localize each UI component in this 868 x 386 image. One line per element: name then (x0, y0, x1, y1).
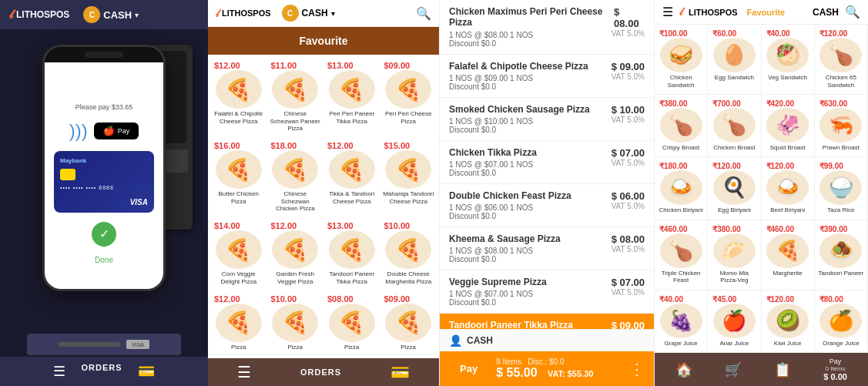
middle-menu-icon[interactable]: ☰ (237, 363, 251, 381)
right-category-item[interactable]: ₹80.00 🍊 Orange Juice (815, 290, 868, 353)
orders-button[interactable]: ORDERS (81, 363, 122, 380)
right-item-price: ₹460.00 (765, 225, 795, 233)
order-item-name: Veggie Supreme Pizza (449, 277, 547, 287)
right-item-image: 🍛 (766, 170, 809, 205)
right-item-price: ₹420.00 (765, 99, 795, 108)
menu-item-image: 🍕 (272, 304, 318, 342)
done-text: Done (95, 256, 113, 264)
order-list-item[interactable]: Falafel & Chipotle Cheese Pizza $ 09.00 … (440, 55, 654, 98)
right-cart-icon[interactable]: 🛒 (725, 361, 742, 378)
middle-orders-label[interactable]: ORDERS (300, 368, 341, 377)
middle-logo: 𝓁 LITHOSPOS (216, 7, 271, 20)
order-list-item[interactable]: Kheema & Sausage Pizza $ 08.00 1 NOS @ $… (440, 227, 654, 270)
cash-selector[interactable]: C CASH ▾ (83, 6, 139, 23)
menu-item-price: $12.00 (326, 141, 354, 150)
middle-logo-icon: 𝓁 (216, 7, 219, 20)
menu-item[interactable]: $12.00 🍕 Pizza (211, 291, 266, 355)
menu-item[interactable]: $13.00 🍕 Peri Peri Paneer Tikka Pizza (324, 58, 380, 136)
menu-item[interactable]: $13.00 🍕 Tandoori Paneer Tikka Pizza (324, 218, 380, 290)
menu-item[interactable]: $12.00 🍕 Garden Fresh Veggie Pizza (268, 218, 323, 290)
menu-item-price: $08.00 (326, 294, 354, 304)
menu-item[interactable]: $09.00 🍕 Peri Peri Cheese Pizza (381, 58, 437, 136)
order-item-detail: 1 NOS @ $10.00 1 NOSDiscount $0.0 (449, 117, 533, 134)
menu-item[interactable]: $11.00 🍕 Chinese Schezwan Paneer Pizza (268, 58, 323, 136)
right-category-item[interactable]: ₹60.00 🥚 Egg Sandwich (708, 25, 761, 95)
menu-item-price: $14.00 (213, 221, 240, 230)
menu-item-price: $16.00 (213, 141, 240, 150)
right-category-item[interactable]: ₹45.00 🍎 Anar Juice (708, 290, 761, 353)
right-category-item[interactable]: ₹380.00 🍗 Crispy Broast (655, 95, 708, 157)
menu-item-image: 🍕 (385, 230, 431, 269)
more-options-icon[interactable]: ⋮ (629, 360, 645, 378)
right-category-item[interactable]: ₹380.00 🥟 Momo Mia Pizza-Veg (708, 220, 761, 290)
right-list-icon[interactable]: 📋 (774, 361, 791, 378)
right-category-item[interactable]: ₹390.00 🧆 Tandoori Paneer (815, 220, 868, 290)
menu-item-name: Pizza (400, 344, 416, 351)
right-item-price: ₹60.00 (711, 29, 736, 38)
right-category-item[interactable]: ₹100.00 🥪 Chicken Sandwich (655, 25, 708, 95)
menu-item[interactable]: $10.00 🍕 Double Cheese Margherita Pizza (381, 218, 437, 290)
right-category-item[interactable]: ₹700.00 🍗 Chicken Broast (708, 95, 761, 157)
right-item-price: ₹120.00 (711, 162, 741, 170)
right-category-item[interactable]: ₹120.00 🍗 Chicken 65 Sandwich (815, 25, 868, 95)
cash-section-icon: 👤 (449, 334, 462, 347)
right-hamburger-icon[interactable]: ☰ (662, 5, 673, 19)
menu-item-image: 🍕 (216, 230, 262, 269)
order-item-vat: VAT 5.0% (612, 202, 645, 210)
order-item-price: $ 10.00 (612, 104, 645, 116)
order-item-detail: 1 NOS @ $07.00 1 NOSDiscount $0.0 (449, 290, 533, 307)
menu-item[interactable]: $10.00 🍕 Pizza (268, 291, 323, 355)
order-list-item[interactable]: Veggie Supreme Pizza $ 07.00 1 NOS @ $07… (440, 270, 654, 314)
pay-items-count: 8 Items Disc.: $0.0 (496, 357, 593, 366)
right-item-name: Orange Juice (823, 340, 860, 347)
right-home-icon[interactable]: 🏠 (675, 361, 692, 378)
right-item-image: 🥙 (766, 38, 809, 72)
right-category-item[interactable]: ₹120.00 🥝 Kiwi Juice (762, 290, 815, 353)
right-category-item[interactable]: ₹40.00 🥙 Veg Sandwich (762, 25, 815, 95)
right-category-item[interactable]: ₹420.00 🦑 Squid Broast (762, 95, 815, 157)
menu-icon[interactable]: ☰ (53, 363, 65, 380)
menu-item-name: Corn Veggie Delight Pizza (213, 270, 265, 285)
order-list-item[interactable]: Chicken Tikka Pizza $ 07.00 1 NOS @ $07.… (440, 141, 654, 184)
middle-search-icon[interactable]: 🔍 (416, 6, 431, 21)
card-icon[interactable]: 💳 (138, 363, 155, 380)
right-category-item[interactable]: ₹460.00 🍕 Margherite (762, 220, 815, 290)
order-list-item[interactable]: Chicken Maximus Peri Peri Cheese Pizza $… (440, 0, 654, 55)
menu-item[interactable]: $15.00 🍕 Maharaja Tandoori Cheese Pizza (381, 138, 437, 216)
middle-card-icon[interactable]: 💳 (390, 363, 410, 381)
pay-button[interactable]: Pay (449, 358, 488, 379)
order-list-item[interactable]: Double Chicken Feast Pizza $ 06.00 1 NOS… (440, 184, 654, 227)
menu-item[interactable]: $18.00 🍕 Chinese Schezwan Chicken Pizza (268, 138, 323, 216)
menu-item-image: 🍕 (216, 150, 262, 189)
middle-cash-selector[interactable]: C CASH ▾ (282, 5, 335, 22)
order-list-item[interactable]: Tandoori Paneer Tikka Pizza $ 09.00 1 NO… (440, 314, 654, 329)
apple-pay-button[interactable]: 🍎 Pay (94, 123, 139, 139)
right-category-item[interactable]: ₹460.00 🍗 Triple Chicken Feast (655, 220, 708, 290)
right-item-name: Kiwi Juice (774, 340, 802, 347)
right-category-item[interactable]: ₹630.00 🦐 Prawn Broast (815, 95, 868, 157)
menu-item[interactable]: $16.00 🍕 Butter Chicken Pizza (211, 138, 266, 216)
right-item-name: Egg Sandwich (715, 74, 754, 82)
right-footer: 🏠 🛒 📋 Pay 0 Items $ 0.00 (655, 353, 868, 386)
right-category-item[interactable]: ₹99.00 🍚 Taza Rice (815, 157, 868, 220)
right-item-name: Grape Juice (665, 340, 698, 347)
right-category-item[interactable]: ₹180.00 🍛 Chicken Biriyani (655, 157, 708, 220)
menu-item-image: 🍕 (385, 304, 431, 342)
menu-item[interactable]: $12.00 🍕 Tikka & Tandoori Cheese Pizza (324, 138, 380, 216)
menu-item[interactable]: $08.00 🍕 Pizza (324, 291, 380, 355)
right-pay-section[interactable]: Pay 0 Items $ 0.00 (823, 357, 847, 381)
right-search-icon[interactable]: 🔍 (845, 5, 860, 19)
right-item-image: 🍊 (819, 304, 862, 338)
order-item-name: Chicken Tikka Pizza (449, 147, 537, 158)
menu-item-price: $12.00 (213, 294, 240, 304)
right-category-item[interactable]: ₹120.00 🍳 Egg Biriyani (708, 157, 761, 220)
menu-grid: $12.00 🍕 Falafel & Chipotle Cheese Pizza… (208, 55, 439, 358)
right-category-item[interactable]: ₹40.00 🍇 Grape Juice (655, 290, 708, 353)
menu-item[interactable]: $14.00 🍕 Corn Veggie Delight Pizza (211, 218, 266, 290)
order-list-item[interactable]: Smoked Chicken Sausage Pizza $ 10.00 1 N… (440, 98, 654, 141)
menu-item[interactable]: $12.00 🍕 Falafel & Chipotle Cheese Pizza (211, 58, 266, 136)
order-item-vat: VAT 5.0% (612, 159, 645, 167)
right-category-item[interactable]: ₹120.00 🍛 Beef Biriyani (762, 157, 815, 220)
right-item-image: 🦑 (766, 108, 809, 143)
menu-item[interactable]: $09.00 🍕 Pizza (381, 291, 437, 355)
